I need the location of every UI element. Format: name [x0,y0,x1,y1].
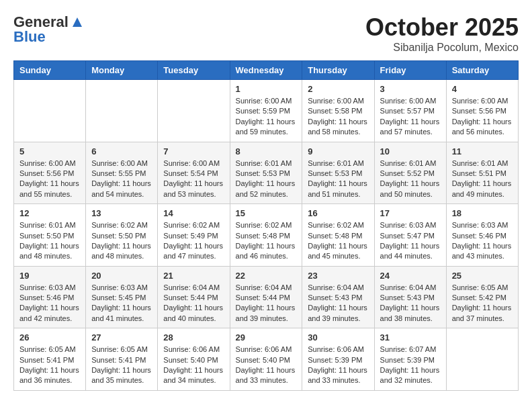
day-cell [446,328,518,391]
day-info: Sunrise: 6:03 AM Sunset: 5:46 PM Dayligh… [452,220,513,262]
week-row-5: 26Sunrise: 6:05 AM Sunset: 5:41 PM Dayli… [14,328,519,391]
day-number: 15 [236,208,297,218]
day-info: Sunrise: 6:03 AM Sunset: 5:46 PM Dayligh… [19,283,80,324]
day-info: Sunrise: 6:06 AM Sunset: 5:40 PM Dayligh… [236,345,297,386]
day-info: Sunrise: 6:02 AM Sunset: 5:49 PM Dayligh… [163,220,224,262]
day-cell: 31Sunrise: 6:07 AM Sunset: 5:39 PM Dayli… [374,328,446,391]
weekday-header-row: SundayMondayTuesdayWednesdayThursdayFrid… [14,61,519,80]
logo: General Blue [13,13,85,46]
day-number: 1 [236,84,297,94]
week-row-1: 1Sunrise: 6:00 AM Sunset: 5:59 PM Daylig… [14,80,519,142]
day-number: 21 [163,271,224,281]
title-block: October 2025 Sibanilja Pocolum, Mexico [365,13,519,54]
weekday-header-tuesday: Tuesday [158,61,230,80]
week-row-4: 19Sunrise: 6:03 AM Sunset: 5:46 PM Dayli… [14,266,519,328]
day-info: Sunrise: 6:00 AM Sunset: 5:56 PM Dayligh… [19,158,80,200]
day-number: 23 [308,271,368,281]
day-cell: 5Sunrise: 6:00 AM Sunset: 5:56 PM Daylig… [14,142,86,204]
day-number: 17 [380,208,441,218]
day-info: Sunrise: 6:01 AM Sunset: 5:53 PM Dayligh… [308,158,368,200]
day-info: Sunrise: 6:01 AM Sunset: 5:51 PM Dayligh… [452,158,513,200]
day-number: 14 [163,208,224,218]
day-cell: 3Sunrise: 6:00 AM Sunset: 5:57 PM Daylig… [374,80,446,142]
calendar-table: SundayMondayTuesdayWednesdayThursdayFrid… [13,60,519,391]
day-info: Sunrise: 6:00 AM Sunset: 5:58 PM Dayligh… [308,96,368,138]
day-info: Sunrise: 6:00 AM Sunset: 5:56 PM Dayligh… [452,96,513,138]
day-number: 24 [380,271,441,281]
day-cell: 17Sunrise: 6:03 AM Sunset: 5:47 PM Dayli… [374,204,446,267]
day-number: 6 [91,146,152,156]
day-number: 10 [380,146,441,156]
day-info: Sunrise: 6:05 AM Sunset: 5:41 PM Dayligh… [19,345,80,386]
day-cell: 12Sunrise: 6:01 AM Sunset: 5:50 PM Dayli… [14,204,86,267]
day-info: Sunrise: 6:00 AM Sunset: 5:54 PM Dayligh… [163,158,224,200]
day-number: 30 [308,332,368,342]
day-info: Sunrise: 6:06 AM Sunset: 5:40 PM Dayligh… [163,345,224,386]
day-cell: 16Sunrise: 6:02 AM Sunset: 5:48 PM Dayli… [302,204,374,267]
day-info: Sunrise: 6:05 AM Sunset: 5:41 PM Dayligh… [91,345,152,386]
day-cell: 22Sunrise: 6:04 AM Sunset: 5:44 PM Dayli… [230,266,302,328]
day-number: 25 [452,271,513,281]
day-info: Sunrise: 6:00 AM Sunset: 5:57 PM Dayligh… [380,96,441,138]
day-cell [86,80,158,142]
day-cell [14,80,86,142]
weekday-header-thursday: Thursday [302,61,374,80]
day-cell: 10Sunrise: 6:01 AM Sunset: 5:52 PM Dayli… [374,142,446,204]
week-row-2: 5Sunrise: 6:00 AM Sunset: 5:56 PM Daylig… [14,142,519,204]
day-number: 26 [19,332,80,342]
day-cell: 28Sunrise: 6:06 AM Sunset: 5:40 PM Dayli… [158,328,230,391]
day-info: Sunrise: 6:06 AM Sunset: 5:39 PM Dayligh… [308,345,368,386]
day-number: 13 [91,208,152,218]
day-cell: 11Sunrise: 6:01 AM Sunset: 5:51 PM Dayli… [446,142,518,204]
day-cell: 20Sunrise: 6:03 AM Sunset: 5:45 PM Dayli… [86,266,158,328]
day-number: 11 [452,146,513,156]
weekday-header-saturday: Saturday [446,61,518,80]
day-info: Sunrise: 6:07 AM Sunset: 5:39 PM Dayligh… [380,345,441,386]
day-number: 7 [163,146,224,156]
day-number: 27 [91,332,152,342]
day-info: Sunrise: 6:00 AM Sunset: 5:55 PM Dayligh… [91,158,152,200]
day-info: Sunrise: 6:02 AM Sunset: 5:50 PM Dayligh… [91,220,152,262]
day-info: Sunrise: 6:01 AM Sunset: 5:53 PM Dayligh… [236,158,297,200]
page-header: General Blue October 2025 Sibanilja Poco… [13,13,519,54]
day-cell: 21Sunrise: 6:04 AM Sunset: 5:44 PM Dayli… [158,266,230,328]
day-cell: 6Sunrise: 6:00 AM Sunset: 5:55 PM Daylig… [86,142,158,204]
svg-marker-0 [73,17,82,27]
day-number: 4 [452,84,513,94]
day-info: Sunrise: 6:04 AM Sunset: 5:43 PM Dayligh… [380,283,441,324]
day-number: 8 [236,146,297,156]
day-info: Sunrise: 6:01 AM Sunset: 5:50 PM Dayligh… [19,220,80,262]
day-cell: 13Sunrise: 6:02 AM Sunset: 5:50 PM Dayli… [86,204,158,267]
weekday-header-friday: Friday [374,61,446,80]
day-cell: 26Sunrise: 6:05 AM Sunset: 5:41 PM Dayli… [14,328,86,391]
day-number: 22 [236,271,297,281]
day-cell: 9Sunrise: 6:01 AM Sunset: 5:53 PM Daylig… [302,142,374,204]
day-number: 12 [19,208,80,218]
day-cell: 1Sunrise: 6:00 AM Sunset: 5:59 PM Daylig… [230,80,302,142]
day-number: 19 [19,271,80,281]
day-info: Sunrise: 6:01 AM Sunset: 5:52 PM Dayligh… [380,158,441,200]
week-row-3: 12Sunrise: 6:01 AM Sunset: 5:50 PM Dayli… [14,204,519,267]
day-cell: 15Sunrise: 6:02 AM Sunset: 5:48 PM Dayli… [230,204,302,267]
day-info: Sunrise: 6:02 AM Sunset: 5:48 PM Dayligh… [308,220,368,262]
day-info: Sunrise: 6:04 AM Sunset: 5:44 PM Dayligh… [163,283,224,324]
day-info: Sunrise: 6:05 AM Sunset: 5:42 PM Dayligh… [452,283,513,324]
day-cell: 4Sunrise: 6:00 AM Sunset: 5:56 PM Daylig… [446,80,518,142]
day-number: 20 [91,271,152,281]
day-number: 31 [380,332,441,342]
day-cell: 19Sunrise: 6:03 AM Sunset: 5:46 PM Dayli… [14,266,86,328]
day-number: 2 [308,84,368,94]
month-title: October 2025 [365,13,519,42]
day-cell: 7Sunrise: 6:00 AM Sunset: 5:54 PM Daylig… [158,142,230,204]
day-cell: 23Sunrise: 6:04 AM Sunset: 5:43 PM Dayli… [302,266,374,328]
weekday-header-sunday: Sunday [14,61,86,80]
day-cell: 27Sunrise: 6:05 AM Sunset: 5:41 PM Dayli… [86,328,158,391]
day-cell: 8Sunrise: 6:01 AM Sunset: 5:53 PM Daylig… [230,142,302,204]
day-number: 16 [308,208,368,218]
day-number: 18 [452,208,513,218]
location-subtitle: Sibanilja Pocolum, Mexico [365,42,519,54]
day-cell: 14Sunrise: 6:02 AM Sunset: 5:49 PM Dayli… [158,204,230,267]
day-info: Sunrise: 6:04 AM Sunset: 5:43 PM Dayligh… [308,283,368,324]
day-number: 28 [163,332,224,342]
day-number: 5 [19,146,80,156]
